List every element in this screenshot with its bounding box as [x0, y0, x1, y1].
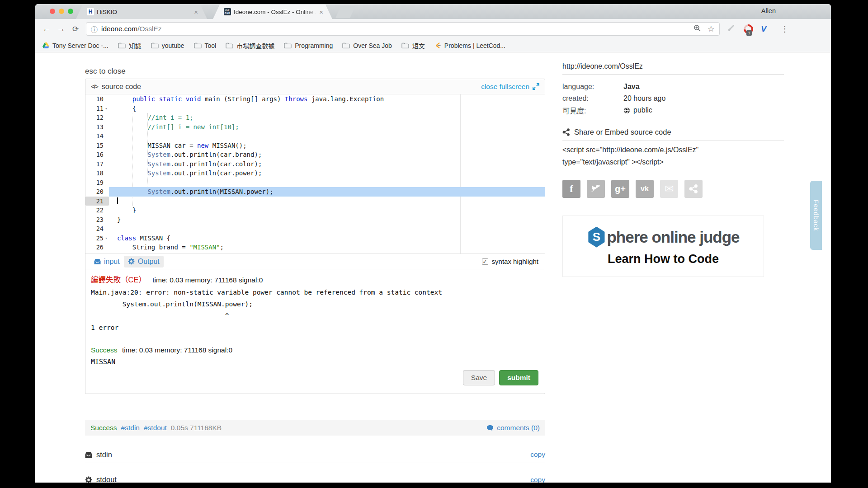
paste-url[interactable]: http://ideone.com/OsslEz [562, 62, 784, 75]
code-line-15[interactable]: 15 MISSAN car = new MISSAN(); [85, 141, 545, 150]
code-line-13[interactable]: 13 //int[] i = new int[10]; [85, 122, 545, 132]
red-extension-icon[interactable]: 1 [742, 22, 755, 36]
reload-icon[interactable]: ⟳ [70, 24, 81, 34]
code-line-24[interactable]: 24 [85, 224, 545, 234]
fold-arrow-icon[interactable]: ▾ [104, 104, 109, 113]
comments-link[interactable]: comments (0) [486, 424, 540, 432]
copy-stdout-link[interactable]: copy [530, 476, 545, 483]
bookmark-item[interactable]: Over Sea Job [342, 42, 392, 49]
tab-input[interactable]: input [90, 256, 124, 267]
browser-profile-name[interactable]: Allen [761, 7, 776, 14]
stdout-anchor-link[interactable]: #stdout [144, 424, 167, 432]
syntax-highlight-toggle[interactable]: ✓ syntax highlight [482, 258, 538, 265]
vk-share-icon[interactable]: vk [636, 180, 654, 198]
code-line-19[interactable]: 19 [85, 178, 545, 188]
facebook-share-icon[interactable]: f [562, 180, 580, 198]
code-line-text[interactable]: //int[] i = new int[10]; [109, 122, 545, 132]
new-tab-button[interactable] [335, 6, 355, 18]
bookmark-item[interactable]: Problems | LeetCod... [434, 42, 505, 49]
gutter-line-number[interactable]: 18 [85, 169, 109, 178]
code-line-21[interactable]: 21 [85, 197, 545, 206]
bookmark-item[interactable]: Tool [194, 42, 217, 49]
gutter-line-number[interactable]: 10 [85, 94, 109, 104]
browser-tab-hiskio[interactable]: H HiSKIO × [76, 5, 207, 19]
code-line-text[interactable] [109, 131, 545, 141]
gutter-line-number[interactable]: 17 [85, 160, 109, 169]
code-line-text[interactable]: } [109, 206, 545, 215]
code-line-11[interactable]: 11▾ { [85, 104, 545, 113]
code-line-text[interactable] [109, 197, 545, 206]
code-line-text[interactable] [109, 224, 545, 234]
code-line-text[interactable]: MISSAN car = new MISSAN(); [109, 141, 545, 150]
code-line-text[interactable]: } [109, 215, 545, 225]
gutter-line-number[interactable]: 23 [85, 215, 109, 225]
code-line-12[interactable]: 12 //int i = 1; [85, 113, 545, 122]
email-share-icon[interactable]: ✉ [660, 180, 678, 198]
v-extension-icon[interactable]: V [761, 24, 767, 34]
gutter-line-number[interactable]: 12 [85, 113, 109, 122]
bookmark-item[interactable]: youtube [151, 42, 184, 49]
share-share-icon[interactable] [684, 180, 703, 198]
gutter-line-number[interactable]: 22 [85, 206, 109, 215]
code-line-16[interactable]: 16 System.out.println(car.brand); [85, 150, 545, 160]
gutter-line-number[interactable]: 13 [85, 122, 109, 132]
code-line-27[interactable]: 27 String color = "black"; [85, 252, 545, 254]
fold-arrow-icon[interactable]: ▾ [104, 234, 109, 243]
gutter-line-number[interactable]: 11▾ [85, 104, 109, 113]
feedback-tab[interactable]: Feedback [810, 181, 822, 250]
code-line-text[interactable]: //int i = 1; [109, 113, 545, 122]
code-line-text[interactable]: public static void main (String[] args) … [109, 94, 545, 104]
copy-stdin-link[interactable]: copy [530, 450, 545, 459]
close-fullscreen-button[interactable]: close fullscreen [481, 83, 539, 91]
gutter-line-number[interactable]: 15 [85, 141, 109, 150]
gutter-line-number[interactable]: 21 [85, 197, 109, 206]
code-line-text[interactable]: System.out.println(car.power); [109, 169, 545, 178]
brush-extension-icon[interactable] [727, 23, 736, 34]
address-bar[interactable]: ⓘ ideone.com/OsslEz ☆ [86, 22, 720, 36]
code-line-text[interactable]: System.out.println(MISSAN.power); [109, 187, 545, 197]
gutter-line-number[interactable]: 24 [85, 224, 109, 234]
code-line-text[interactable]: System.out.println(car.color); [109, 160, 545, 169]
code-line-text[interactable]: class MISSAN { [109, 234, 545, 243]
embed-code[interactable]: <script src="http://ideone.com/e.js/Ossl… [562, 144, 784, 168]
code-line-text[interactable]: { [109, 104, 545, 113]
code-line-20[interactable]: 20 System.out.println(MISSAN.power); [85, 187, 545, 197]
tab-output[interactable]: Output [124, 256, 164, 267]
code-line-26[interactable]: 26 String brand = "MISSAN"; [85, 243, 545, 252]
googleplus-share-icon[interactable]: g+ [611, 180, 629, 198]
code-line-text[interactable]: String color = "black"; [109, 252, 545, 254]
bookmark-item[interactable]: Tony Server Doc -... [42, 42, 108, 49]
minimize-window-button[interactable] [59, 9, 64, 14]
code-line-10[interactable]: 10 public static void main (String[] arg… [85, 94, 545, 104]
bookmark-item[interactable]: 市場調查數據 [226, 41, 274, 50]
browser-menu-icon[interactable]: ⋮ [781, 24, 789, 34]
code-line-text[interactable] [109, 178, 545, 188]
gutter-line-number[interactable]: 25▾ [85, 234, 109, 243]
gutter-line-number[interactable]: 26 [85, 243, 109, 252]
stdin-anchor-link[interactable]: #stdin [121, 424, 140, 432]
submit-button[interactable]: submit [499, 370, 538, 385]
code-line-text[interactable]: System.out.println(car.brand); [109, 150, 545, 160]
gutter-line-number[interactable]: 20 [85, 187, 109, 197]
forward-icon[interactable]: → [55, 24, 67, 34]
twitter-share-icon[interactable] [587, 180, 605, 198]
url-text[interactable]: ideone.com/OsslEz [101, 25, 162, 33]
sphere-online-judge-ad[interactable]: S phere online judge Learn How to Code [562, 216, 764, 277]
save-button[interactable]: Save [463, 370, 495, 385]
code-line-18[interactable]: 18 System.out.println(car.power); [85, 169, 545, 178]
browser-tab-ideone[interactable]: IDEONE Ideone.com - OsslEz - Online J × [213, 5, 332, 19]
code-line-22[interactable]: 22 } [85, 206, 545, 215]
code-line-23[interactable]: 23} [85, 215, 545, 225]
code-line-14[interactable]: 14 [85, 131, 545, 141]
page-info-icon[interactable]: ⓘ [91, 24, 98, 34]
code-line-17[interactable]: 17 System.out.println(car.color); [85, 160, 545, 169]
code-line-25[interactable]: 25▾class MISSAN { [85, 234, 545, 243]
bookmark-item[interactable]: 短文 [401, 41, 425, 50]
bookmark-item[interactable]: Programming [284, 42, 333, 49]
close-tab-icon[interactable]: × [194, 9, 198, 15]
code-editor[interactable]: 10 public static void main (String[] arg… [85, 94, 545, 253]
gutter-line-number[interactable]: 19 [85, 178, 109, 188]
close-tab-icon[interactable]: × [319, 9, 323, 15]
bookmark-star-icon[interactable]: ☆ [708, 24, 715, 34]
gutter-line-number[interactable]: 14 [85, 131, 109, 141]
